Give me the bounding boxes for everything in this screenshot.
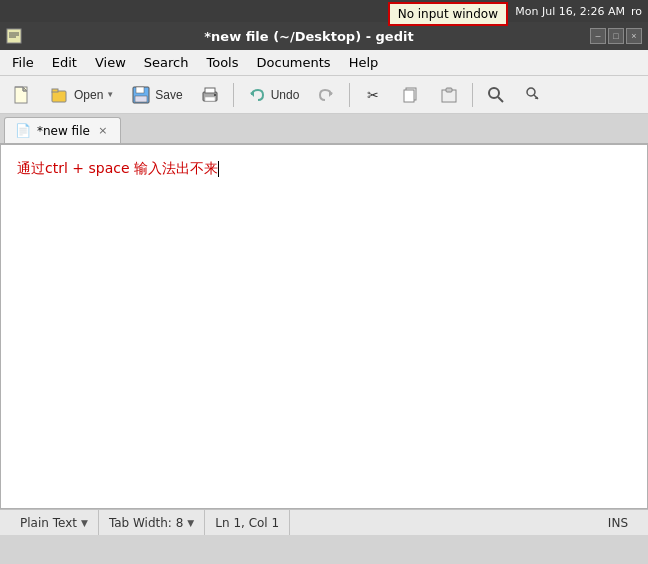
tab-bar: 📄 *new file × — [0, 114, 648, 144]
menu-file[interactable]: File — [4, 52, 42, 73]
print-button[interactable] — [192, 80, 228, 110]
status-bar: Plain Text ▼ Tab Width: 8 ▼ Ln 1, Col 1 … — [0, 509, 648, 535]
svg-point-24 — [489, 88, 499, 98]
window-title: *new file (~/Desktop) - gedit — [28, 29, 590, 44]
tooltip-box: No input window — [388, 2, 508, 26]
menu-help[interactable]: Help — [341, 52, 387, 73]
svg-rect-13 — [135, 96, 147, 102]
separator-3 — [472, 83, 473, 107]
tab-width-dropdown-arrow: ▼ — [187, 518, 194, 528]
save-icon — [130, 84, 152, 106]
replace-button[interactable] — [516, 80, 552, 110]
tab-close-button[interactable]: × — [96, 124, 110, 138]
language-selector[interactable]: Plain Text ▼ — [10, 510, 99, 535]
cut-button[interactable]: ✂ — [355, 80, 391, 110]
tab-width-selector[interactable]: Tab Width: 8 ▼ — [99, 510, 205, 535]
undo-label: Undo — [271, 88, 300, 102]
title-bar: *new file (~/Desktop) - gedit – □ × — [0, 22, 648, 50]
print-icon — [199, 84, 221, 106]
open-icon — [49, 84, 71, 106]
tooltip-text: No input window — [398, 7, 498, 21]
menu-edit[interactable]: Edit — [44, 52, 85, 73]
menu-view[interactable]: View — [87, 52, 134, 73]
save-button[interactable]: Save — [123, 80, 189, 110]
system-time: Mon Jul 16, 2:26 AM — [515, 5, 625, 18]
tab-width-label: Tab Width: 8 — [109, 516, 183, 530]
tab-file-icon: 📄 — [15, 123, 31, 138]
insert-mode: INS — [598, 516, 638, 530]
undo-button[interactable]: Undo — [239, 80, 307, 110]
svg-rect-0 — [7, 29, 21, 43]
new-button[interactable] — [4, 80, 40, 110]
svg-rect-15 — [205, 88, 215, 93]
menu-documents[interactable]: Documents — [249, 52, 339, 73]
find-button[interactable] — [478, 80, 514, 110]
svg-rect-21 — [404, 90, 414, 102]
redo-button[interactable] — [308, 80, 344, 110]
tab-label: *new file — [37, 124, 90, 138]
new-icon — [11, 84, 33, 106]
paste-button[interactable] — [431, 80, 467, 110]
menu-bar: File Edit View Search Tools Documents He… — [0, 50, 648, 76]
svg-rect-16 — [205, 97, 215, 101]
replace-icon — [523, 84, 545, 106]
separator-1 — [233, 83, 234, 107]
svg-rect-9 — [52, 91, 66, 102]
language-label: Plain Text — [20, 516, 77, 530]
editor-cursor — [218, 161, 219, 177]
svg-point-17 — [214, 94, 216, 96]
svg-rect-12 — [136, 87, 144, 93]
editor-content[interactable]: 通过ctrl + space 输入法出不来 — [17, 157, 631, 179]
redo-icon — [315, 84, 337, 106]
copy-icon — [400, 84, 422, 106]
svg-line-25 — [498, 97, 503, 102]
undo-icon — [246, 84, 268, 106]
menu-search[interactable]: Search — [136, 52, 197, 73]
system-user: ro — [631, 5, 642, 18]
find-icon — [485, 84, 507, 106]
minimize-button[interactable]: – — [590, 28, 606, 44]
position-label: Ln 1, Col 1 — [215, 516, 279, 530]
save-label: Save — [155, 88, 182, 102]
menu-tools[interactable]: Tools — [198, 52, 246, 73]
svg-point-26 — [527, 88, 535, 96]
separator-2 — [349, 83, 350, 107]
open-label: Open — [74, 88, 103, 102]
system-bar: 🖥 🔊 📺 Mon Jul 16, 2:26 AM ro No input wi… — [0, 0, 648, 22]
toolbar: Open ▼ Save — [0, 76, 648, 114]
paste-icon — [438, 84, 460, 106]
window-controls[interactable]: – □ × — [590, 28, 642, 44]
svg-rect-10 — [52, 89, 58, 92]
close-button[interactable]: × — [626, 28, 642, 44]
open-dropdown-arrow: ▼ — [106, 90, 114, 99]
svg-rect-23 — [446, 88, 452, 92]
maximize-button[interactable]: □ — [608, 28, 624, 44]
copy-button[interactable] — [393, 80, 429, 110]
editor-area[interactable]: 通过ctrl + space 输入法出不来 — [0, 144, 648, 509]
tab-new-file[interactable]: 📄 *new file × — [4, 117, 121, 143]
editor-text: 通过ctrl + space 输入法出不来 — [17, 160, 218, 176]
open-button[interactable]: Open ▼ — [42, 80, 121, 110]
cut-icon: ✂ — [362, 84, 384, 106]
app-icon — [6, 28, 22, 44]
language-dropdown-arrow: ▼ — [81, 518, 88, 528]
cursor-position: Ln 1, Col 1 — [205, 510, 290, 535]
mode-label: INS — [608, 516, 628, 530]
